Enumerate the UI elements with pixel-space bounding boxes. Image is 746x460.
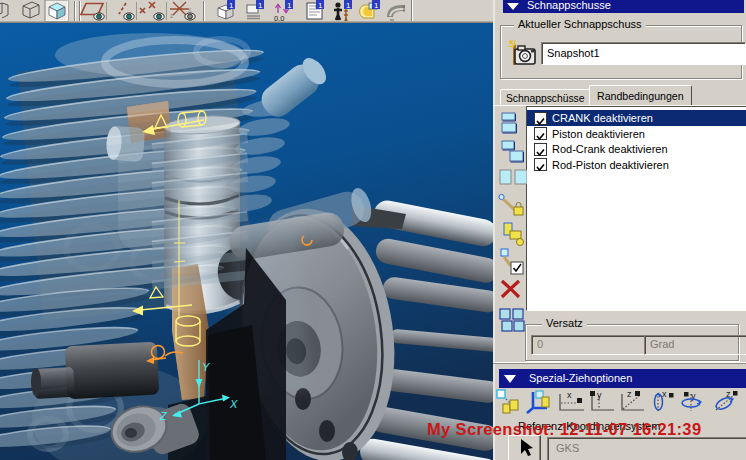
svg-text:x: x <box>662 389 667 399</box>
svg-text:y: y <box>597 390 602 400</box>
svg-text:1: 1 <box>229 1 234 10</box>
svg-text:X: X <box>229 398 238 410</box>
svg-text:Z: Z <box>159 410 168 422</box>
svg-text:x: x <box>188 6 192 13</box>
svg-text:1: 1 <box>318 1 323 10</box>
svg-text:1: 1 <box>258 1 263 10</box>
svg-text:1: 1 <box>287 1 292 10</box>
svg-text:0.0: 0.0 <box>274 14 284 23</box>
svg-text:z: z <box>627 389 632 399</box>
svg-text:z: z <box>170 12 174 19</box>
svg-text:x: x <box>567 390 572 400</box>
svg-text:Y: Y <box>202 361 210 373</box>
svg-text:1: 1 <box>346 1 351 10</box>
svg-text:1: 1 <box>374 1 379 10</box>
